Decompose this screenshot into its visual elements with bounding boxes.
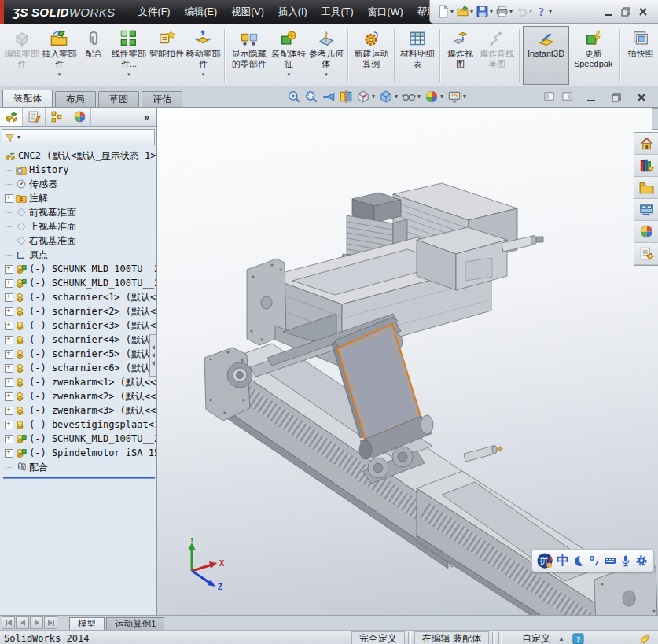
edit-appearance-dropdown-icon[interactable]: ▾ — [440, 93, 443, 100]
home-task-tab[interactable] — [634, 133, 658, 155]
prop-mgr-tab[interactable] — [23, 108, 46, 126]
tab-布局[interactable]: 布局 — [55, 91, 96, 107]
menu-item-4[interactable]: 工具(T) — [314, 6, 361, 19]
hide-show-dropdown-icon[interactable]: ▾ — [417, 93, 421, 100]
ribbon-button-12[interactable]: 爆炸直线草图 — [478, 26, 517, 85]
ribbon-button-10[interactable]: 材料明细表 — [398, 26, 437, 85]
rollback-bar[interactable] — [3, 477, 155, 479]
appearances-task-tab[interactable] — [634, 221, 658, 243]
ribbon-button-2[interactable]: 配合 — [78, 26, 109, 85]
document-close-button[interactable] — [633, 90, 650, 105]
tree-item-5[interactable]: 右视基准面 — [2, 234, 156, 248]
menu-item-5[interactable]: 窗口(W) — [361, 6, 410, 19]
tree-item-10[interactable]: +(-) scharnier<2> (默认<<默 — [2, 304, 156, 318]
menu-item-3[interactable]: 插入(I) — [271, 6, 314, 19]
tree-item-0[interactable]: History — [2, 163, 156, 177]
ribbon-button-13[interactable]: Instant3D — [523, 26, 569, 85]
tree-filter-bar[interactable]: ▾ — [2, 129, 155, 145]
tree-item-15[interactable]: +(-) zwenkarm<1> (默认<<默认 — [2, 375, 156, 389]
ime-moon-button[interactable] — [572, 554, 585, 567]
hide-show-button[interactable] — [400, 88, 417, 105]
ime-mic-button[interactable] — [619, 554, 632, 567]
tree-item-4[interactable]: 上视基准面 — [2, 219, 156, 234]
sheet-tab-1[interactable]: 运动算例1 — [106, 617, 164, 630]
display-style-button[interactable] — [377, 88, 395, 105]
tree-item-18[interactable]: +(-) bevestigingsplaat<1> ( — [2, 418, 156, 432]
ime-keyboard-button[interactable] — [604, 554, 616, 567]
pane-left-toggle-button[interactable] — [543, 90, 555, 102]
menu-item-0[interactable]: 文件(F) — [130, 6, 177, 19]
ime-gear-button[interactable] — [635, 554, 648, 567]
tree-item-21[interactable]: 配合 — [2, 460, 156, 474]
tree-item-3[interactable]: 前视基准面 — [2, 205, 156, 219]
tree-item-17[interactable]: +(-) zwenkarm<3> (默认<<默认 — [2, 403, 156, 418]
tab-草图[interactable]: 草图 — [98, 91, 139, 107]
ribbon-button-4[interactable]: 智能扣件 — [149, 26, 185, 85]
sheet-nav-first-button[interactable] — [2, 616, 15, 629]
tree-item-1[interactable]: 传感器 — [2, 177, 156, 191]
display-mgr-tab[interactable] — [68, 108, 91, 126]
save-button[interactable]: ▾ — [476, 5, 493, 18]
tab-评估[interactable]: 评估 — [142, 91, 182, 107]
sheet-nav-last-button[interactable] — [44, 616, 57, 629]
menu-item-1[interactable]: 编辑(E) — [177, 6, 224, 19]
ribbon-button-0[interactable]: 编辑零部件 — [3, 26, 41, 85]
tree-root-item[interactable]: CNC2 (默认<默认_显示状态-1>) — [2, 149, 156, 163]
fm-tree-tab[interactable] — [0, 108, 23, 126]
tree-item-19[interactable]: +(-) SCHUNK_MLD_100TU__2000 — [2, 432, 156, 446]
ribbon-button-14[interactable]: 更新Speedpak — [569, 26, 617, 85]
tree-item-16[interactable]: +(-) zwenkarm<2> (默认<<默认 — [2, 389, 156, 403]
print-button[interactable]: ▾ — [495, 5, 513, 18]
open-button[interactable]: ▾ — [456, 5, 473, 18]
restore-button[interactable] — [617, 5, 634, 19]
ribbon-button-8[interactable]: 参考几何体▾ — [307, 26, 345, 85]
ime-logo-button[interactable]: 拼 — [536, 552, 553, 569]
tree-item-2[interactable]: +A注解 — [2, 191, 156, 205]
tree-item-12[interactable]: +(-) scharnier<4> (默认<<默 — [2, 333, 156, 347]
view-orientation-dropdown-icon[interactable]: ▾ — [372, 93, 375, 100]
ribbon-button-15[interactable]: 拍快照 — [623, 26, 658, 85]
task-pane-collapsed-edge[interactable] — [652, 108, 658, 130]
custom-toolbar-label[interactable]: 自定义 — [516, 632, 557, 644]
zoom-fit-button[interactable] — [285, 88, 303, 105]
config-mgr-tab[interactable] — [46, 108, 68, 126]
undo-button[interactable]: ▾ — [515, 5, 532, 18]
document-minimize-button[interactable] — [583, 90, 600, 105]
tabs-overflow-chevron[interactable]: » — [137, 108, 156, 126]
view-orientation-button[interactable] — [355, 88, 372, 105]
ribbon-button-6[interactable]: 显示隐藏的零部件 — [228, 26, 270, 85]
ribbon-button-1[interactable]: 插入零部件▾ — [41, 26, 79, 85]
ribbon-button-9[interactable]: 新建运动算例 — [351, 26, 391, 85]
ribbon-button-3[interactable]: 线性零部件...▾ — [109, 26, 149, 85]
filter-dropdown-icon[interactable]: ▾ — [17, 134, 20, 141]
view-palette-task-tab[interactable] — [634, 199, 658, 221]
pane-right-toggle-button[interactable] — [561, 90, 573, 102]
tree-item-13[interactable]: +(-) scharnier<5> (默认<<默 — [2, 347, 156, 361]
zoom-area-button[interactable] — [303, 88, 320, 105]
minimize-button[interactable] — [600, 5, 617, 19]
ime-mode-button[interactable]: 中 — [557, 554, 569, 567]
tree-item-6[interactable]: 原点 — [2, 248, 156, 262]
sheet-tab-0[interactable]: 模型 — [69, 617, 105, 630]
status-expand-icon[interactable]: ▲ — [558, 635, 564, 642]
close-button[interactable] — [634, 5, 652, 19]
design-library-task-tab[interactable] — [634, 155, 658, 177]
menu-item-2[interactable]: 视图(V) — [224, 6, 271, 19]
tree-item-14[interactable]: +(-) scharnier<6> (默认<<默 — [2, 361, 156, 375]
ribbon-button-7[interactable]: 装配体特征▾ — [270, 26, 308, 85]
tree-item-11[interactable]: +(-) scharnier<3> (默认<<默 — [2, 318, 156, 333]
sheet-nav-next-button[interactable] — [30, 616, 43, 629]
tab-装配体[interactable]: 装配体 — [2, 90, 53, 107]
sheet-nav-prev-button[interactable] — [16, 616, 29, 629]
file-explorer-task-tab[interactable] — [634, 177, 658, 199]
apply-scene-button[interactable] — [446, 88, 463, 105]
tree-item-7[interactable]: +(-) SCHUNK_MLD_100TU__2000 — [2, 262, 156, 276]
model-3d-cnc-assembly[interactable] — [157, 108, 658, 615]
previous-view-button[interactable] — [320, 88, 337, 105]
apply-scene-dropdown-icon[interactable]: ▾ — [463, 93, 466, 100]
quick-tips-help-button[interactable]: ? — [572, 632, 584, 644]
ribbon-button-11[interactable]: 爆炸视图 — [443, 26, 478, 85]
new-doc-button[interactable]: ▾ — [436, 5, 454, 18]
help-button[interactable]: ?▾ — [535, 5, 552, 18]
document-restore-button[interactable] — [608, 90, 625, 105]
